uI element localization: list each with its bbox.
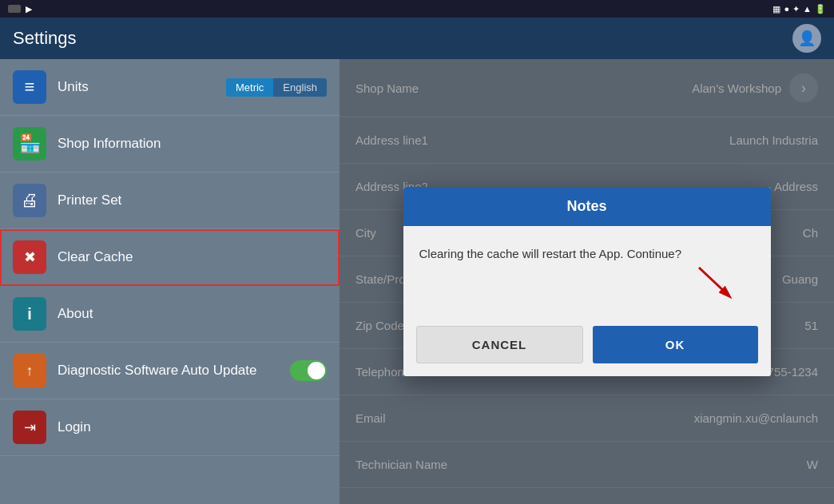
about-label: About [58,306,327,322]
sidebar-item-about[interactable]: i About [0,286,340,343]
status-bar-right: ▦ ● ✦ ▲ 🔋 [772,4,826,14]
sidebar-item-clear-cache[interactable]: ✖ Clear Cache [0,229,340,286]
red-arrow-icon [691,264,739,304]
diagnostic-label: Diagnostic Software Auto Update [58,363,290,379]
printer-icon: 🖨 [13,184,46,217]
status-bar-left: ▶ [8,4,32,14]
units-label: Units [58,79,226,95]
dialog-body: Clearing the cache will restart the App.… [403,226,771,318]
sidebar-item-printer-set[interactable]: 🖨 Printer Set [0,173,340,229]
about-icon: i [13,297,46,331]
dialog-arrow-container [419,264,755,310]
units-icon: ≡ [13,70,46,104]
page-title: Settings [13,28,77,49]
clear-cache-label: Clear Cache [58,249,327,265]
login-icon: ⇥ [13,411,46,444]
dialog-header: Notes [403,187,771,226]
cancel-button[interactable]: CANCEL [416,326,583,363]
header-profile-icon[interactable]: 👤 [792,24,821,53]
wifi-icon: ● [784,4,789,14]
clear-cache-icon: ✖ [13,240,46,274]
dialog-overlay: Notes Clearing the cache will restart th… [340,59,834,504]
english-button[interactable]: English [273,78,327,97]
status-bar-text: ▶ [26,4,32,14]
header: Settings 👤 [0,18,834,59]
dialog-title: Notes [566,198,606,214]
shop-icon: 🏪 [13,127,46,161]
notes-dialog: Notes Clearing the cache will restart th… [403,187,771,376]
profile-icon-char: 👤 [798,30,816,47]
status-bar: ▶ ▦ ● ✦ ▲ 🔋 [0,0,834,18]
dialog-footer: CANCEL OK [403,318,771,376]
dialog-message: Clearing the cache will restart the App.… [419,245,755,264]
bluetooth-icon: ✦ [792,4,800,14]
auto-update-toggle[interactable] [290,360,327,381]
metric-button[interactable]: Metric [226,78,273,97]
main-layout: ≡ Units Metric English 🏪 Shop Informatio… [0,59,834,504]
signal-icon: ▲ [803,4,812,14]
content-area: Shop Name Alan's Workshop › Address line… [340,59,834,504]
sidebar-item-diagnostic-update[interactable]: ↑ Diagnostic Software Auto Update [0,343,340,399]
svg-line-1 [699,268,727,294]
units-toggle[interactable]: Metric English [226,78,327,97]
camera-icon [8,5,21,13]
sidebar: ≡ Units Metric English 🏪 Shop Informatio… [0,59,340,504]
sidebar-item-units[interactable]: ≡ Units Metric English [0,59,340,116]
sidebar-item-login[interactable]: ⇥ Login [0,399,340,456]
cast-icon: ▦ [772,4,780,14]
login-label: Login [58,419,327,435]
printer-label: Printer Set [58,192,327,208]
shop-label: Shop Information [58,136,327,152]
battery-icon: 🔋 [815,4,826,14]
update-icon: ↑ [13,354,46,387]
sidebar-item-shop-information[interactable]: 🏪 Shop Information [0,116,340,173]
ok-button[interactable]: OK [593,326,758,363]
